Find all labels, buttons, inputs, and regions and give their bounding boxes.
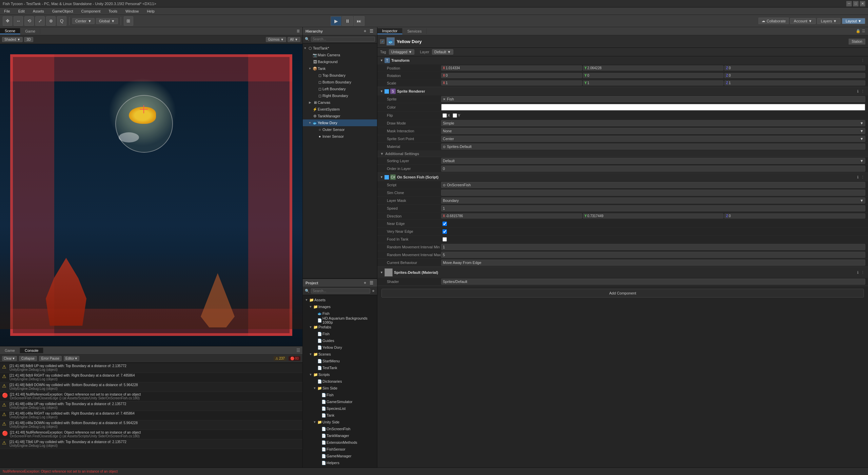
station-button[interactable]: Station — [849, 39, 865, 44]
hierarchy-item-background[interactable]: 🖼 Background — [303, 58, 377, 65]
project-search-input[interactable] — [311, 288, 370, 293]
sprite-sort-point-value[interactable]: Center ▼ — [441, 136, 865, 142]
hierarchy-item-left-boundary[interactable]: ◻ Left Boundary — [303, 86, 377, 92]
scene-options-icon[interactable]: ☰ — [297, 29, 300, 33]
tab-game-bottom[interactable]: Game — [0, 348, 20, 353]
inspector-options-icon[interactable]: ☰ — [862, 29, 865, 33]
sprite-renderer-header[interactable]: ▼ ✓ S Sprite Renderer ℹ ⋮ — [377, 87, 868, 95]
clear-dropdown[interactable]: Clear ▼ — [2, 356, 17, 361]
menu-file[interactable]: File — [2, 8, 12, 14]
scale-x-field[interactable]: X 1 — [441, 80, 582, 86]
step-button[interactable]: ⏭ — [354, 16, 364, 26]
menu-window[interactable]: Window — [123, 8, 141, 14]
menu-gameobject[interactable]: GameObject — [50, 8, 75, 14]
3d-toggle[interactable]: 3D — [24, 37, 33, 42]
additional-settings-header[interactable]: ▼ Additional Settings — [377, 151, 868, 157]
project-item-fish[interactable]: 📄 Fish — [303, 392, 377, 398]
gizmos-dropdown[interactable]: Gizmos ▼ — [266, 37, 287, 42]
play-button[interactable]: ▶ — [331, 16, 341, 26]
position-z-field[interactable]: Z 0 — [724, 65, 865, 71]
hierarchy-item-tankmanager[interactable]: ⚙ TankManager — [303, 113, 377, 119]
add-component-button[interactable]: Add Component — [381, 289, 864, 298]
collapse-button[interactable]: Collapse — [19, 356, 37, 361]
project-item-gamesimulator[interactable]: 📄 GameSimulator — [303, 398, 377, 405]
log-entry-4[interactable]: ⚠ [21:41:48] c48a UP ray collided with: … — [0, 401, 302, 411]
material-value[interactable]: ⊙ Sprites-Default — [441, 144, 865, 150]
project-item-assets[interactable]: ▼ 📁 Assets — [303, 297, 377, 303]
project-item-images[interactable]: ▼ 📁 Images — [303, 303, 377, 310]
sprite-renderer-menu-btn[interactable]: ⋮ — [860, 89, 865, 94]
hierarchy-item-testtank*[interactable]: ▼ ⬡ TestTank* — [303, 45, 377, 52]
log-entry-8[interactable]: ⚠ [21:41:48] 73b6 UP ray collided with: … — [0, 439, 302, 449]
hierarchy-item-right-boundary[interactable]: ◻ Right Boundary — [303, 92, 377, 99]
material-info-btn[interactable]: ℹ — [856, 270, 859, 275]
rotation-y-field[interactable]: Y 0 — [583, 73, 724, 78]
project-item-extensionmethods[interactable]: 📄 ExtensionMethods — [303, 439, 377, 446]
project-item-helpers[interactable]: 📄 Helpers — [303, 459, 377, 466]
pause-button[interactable]: ⏸ — [342, 16, 353, 26]
account-tab[interactable]: Account ▼ — [790, 18, 816, 24]
collaborate-button[interactable]: ☁ Collaborate — [758, 18, 789, 24]
shaded-dropdown[interactable]: Shaded ▼ — [2, 37, 23, 42]
shader-value[interactable]: Sprites/Default — [441, 279, 865, 285]
draw-mode-value[interactable]: Simple ▼ — [441, 120, 865, 126]
food-in-tank-checkbox[interactable] — [442, 237, 447, 242]
project-item-scripts[interactable]: ▼ 📁 Scripts — [303, 371, 377, 378]
tab-inspector[interactable]: Inspector — [377, 28, 402, 34]
very-near-edge-checkbox[interactable] — [442, 229, 447, 234]
color-value[interactable] — [441, 104, 865, 111]
hierarchy-item-top-boundary[interactable]: ◻ Top Boundary — [303, 72, 377, 79]
random-movement-max-value[interactable]: 5 — [441, 252, 865, 258]
menu-tools[interactable]: Tools — [106, 8, 119, 14]
object-name-field[interactable]: Yellow Dory — [397, 39, 847, 44]
all-dropdown[interactable]: All ▼ — [288, 37, 300, 42]
on-screen-fish-enabled[interactable]: ✓ — [384, 175, 389, 179]
direction-x-field[interactable]: X -0.6815786 — [441, 213, 582, 218]
position-x-field[interactable]: X 1.014334 — [441, 65, 582, 71]
scale-z-field[interactable]: Z 1 — [724, 80, 865, 86]
sim-clone-value[interactable] — [441, 190, 865, 196]
mask-interaction-value[interactable]: None ▼ — [441, 128, 865, 134]
sprite-value[interactable]: ✕ Fish — [441, 96, 865, 102]
tab-game[interactable]: Game — [20, 28, 40, 34]
transform-rotate-tool[interactable]: ⟲ — [24, 16, 34, 26]
transform-global-dropdown[interactable]: Global ▼ — [96, 18, 118, 24]
hierarchy-search-input[interactable] — [311, 37, 375, 42]
transform-menu-btn[interactable]: ⋮ — [860, 58, 865, 63]
direction-z-field[interactable]: Z 0 — [724, 213, 865, 218]
project-item-testtank[interactable]: 📄 TestTank — [303, 364, 377, 371]
hierarchy-options-btn[interactable]: ☰ — [369, 29, 374, 34]
log-entry-7[interactable]: 🔴 [21:41:48] NullReferenceException: Obj… — [0, 430, 302, 439]
project-item-tankmanager[interactable]: 📄 TankManager — [303, 432, 377, 439]
project-item-fish[interactable]: 🐟 Fish — [303, 310, 377, 317]
project-item-yellow-dory[interactable]: 📄 Yellow Dory — [303, 344, 377, 351]
project-item-fishsensor[interactable]: 📄 FishSensor — [303, 446, 377, 453]
material-menu-btn[interactable]: ⋮ — [860, 270, 865, 275]
layer-dropdown[interactable]: Default ▼ — [432, 49, 453, 55]
project-options-btn[interactable]: ☰ — [369, 281, 374, 285]
project-item-prefabs[interactable]: ▼ 📁 Prefabs — [303, 324, 377, 330]
transform-header[interactable]: ▼ T Transform ⋮ — [377, 56, 868, 64]
log-entry-5[interactable]: ⚠ [21:41:48] c48a RIGHT ray collided wit… — [0, 411, 302, 420]
position-y-field[interactable]: Y 2.064228 — [583, 65, 724, 71]
transform-rect-tool[interactable]: ⊕ — [46, 16, 56, 26]
error-pause-button[interactable]: Error Pause — [39, 356, 62, 361]
hierarchy-item-inner-sensor[interactable]: ● Inner Sensor — [303, 133, 377, 140]
tab-services[interactable]: Services — [402, 28, 427, 34]
menu-assets[interactable]: Assets — [31, 8, 46, 14]
hierarchy-item-yellow-dory[interactable]: ▼ 🐟 Yellow Dory — [303, 119, 377, 126]
near-edge-checkbox[interactable] — [442, 222, 447, 226]
flip-x-label[interactable]: X — [442, 113, 450, 118]
layers-tab[interactable]: Layers ▼ — [817, 18, 841, 24]
grid-btn[interactable]: ⊞ — [124, 16, 133, 26]
speed-value[interactable]: 1 — [441, 205, 865, 211]
sprite-renderer-info-btn[interactable]: ℹ — [856, 89, 859, 94]
maximize-button[interactable]: □ — [853, 1, 859, 6]
hierarchy-item-main-camera[interactable]: 📷 Main Camera — [303, 52, 377, 58]
log-entry-3[interactable]: 🔴 [21:41:48] NullReferenceException: Obj… — [0, 392, 302, 401]
flip-x-checkbox[interactable] — [442, 113, 447, 118]
project-item-startmenu[interactable]: 📄 StartMenu — [303, 358, 377, 364]
current-behaviour-value[interactable]: Move Away From Edge — [441, 260, 865, 266]
order-in-layer-value[interactable]: 0 — [441, 166, 865, 172]
console-log[interactable]: ⚠ [21:41:48] 8db9 UP ray collided with: … — [0, 363, 302, 475]
